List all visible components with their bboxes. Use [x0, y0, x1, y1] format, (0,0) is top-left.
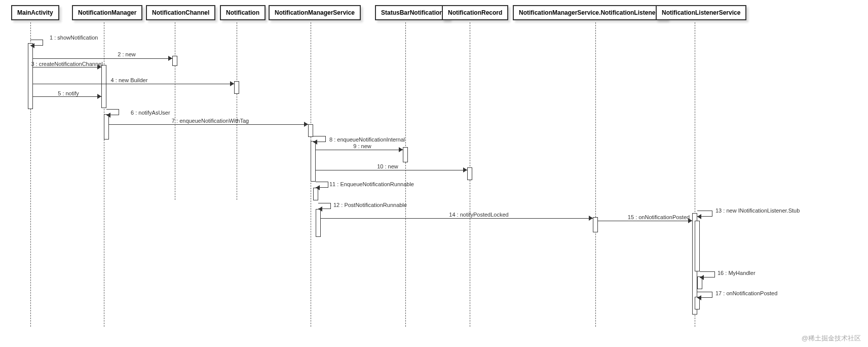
- participant-notification-record: NotificationRecord: [442, 5, 508, 20]
- msg-line: [33, 67, 101, 67]
- watermark: @稀土掘金技术社区: [802, 334, 861, 343]
- participant-nls: NotificationListenerService: [656, 5, 746, 20]
- msg-label: 13 : new INotificationListener.Stub: [715, 207, 800, 214]
- activation: [28, 43, 33, 109]
- participant-sbn: StatusBarNotification: [375, 5, 449, 20]
- participant-nms: NotificationManagerService: [269, 5, 361, 20]
- msg-line: [109, 124, 308, 125]
- msg-label: 10 : new: [377, 163, 398, 169]
- msg-label: 11 : EnqueueNotificationRunnable: [329, 181, 414, 187]
- msg-label: 3 : createNotificationChannel: [31, 61, 102, 67]
- arrow-icon: [697, 214, 701, 219]
- participant-notification-manager: NotificationManager: [72, 5, 142, 20]
- activation: [467, 167, 472, 180]
- activation: [403, 147, 408, 162]
- participant-nms-listeners: NotificationManagerService.NotificationL…: [513, 5, 667, 20]
- arrow-icon: [168, 56, 172, 61]
- arrow-icon: [589, 216, 593, 221]
- activation: [311, 141, 316, 182]
- arrow-icon: [97, 94, 101, 99]
- msg-label: 5 : notify: [58, 90, 79, 96]
- lifeline: [175, 22, 175, 200]
- arrow-icon: [106, 113, 110, 118]
- arrow-icon: [313, 140, 317, 145]
- lifeline: [405, 22, 406, 327]
- arrow-icon: [304, 122, 308, 127]
- lifeline: [595, 22, 596, 327]
- msg-line: [598, 221, 692, 221]
- msg-line: [33, 58, 172, 59]
- msg-line: [321, 218, 593, 219]
- arrow-icon: [700, 275, 704, 280]
- participant-notification: Notification: [220, 5, 266, 20]
- arrow-icon: [30, 43, 34, 48]
- lifeline: [237, 22, 237, 200]
- arrow-icon: [399, 147, 403, 152]
- arrow-icon: [697, 295, 701, 300]
- msg-label: 17 : onNotificationPosted: [715, 290, 777, 296]
- participant-main-activity: MainActivity: [11, 5, 59, 20]
- activation: [101, 65, 106, 108]
- activation: [104, 114, 109, 140]
- arrow-icon: [230, 81, 234, 86]
- msg-label: 12 : PostNotificationRunnable: [333, 202, 407, 208]
- msg-label: 2 : new: [118, 51, 135, 57]
- msg-label: 1 : showNotification: [50, 34, 98, 41]
- activation: [308, 124, 313, 137]
- msg-label: 6 : notifyAsUser: [131, 110, 170, 116]
- activation: [695, 221, 700, 271]
- participant-notification-channel: NotificationChannel: [146, 5, 215, 20]
- msg-line: [33, 96, 101, 97]
- arrow-icon: [463, 167, 467, 172]
- arrow-icon: [318, 206, 322, 212]
- arrow-icon: [316, 185, 320, 190]
- msg-label: 7 : enqueueNotificationWithTag: [172, 118, 249, 124]
- msg-label: 14 : notifyPostedLocked: [449, 212, 508, 218]
- msg-label: 4 : new Builder: [111, 77, 148, 83]
- msg-label: 15 : onNotificationPosted: [628, 214, 690, 220]
- msg-line: [316, 170, 467, 170]
- msg-label: 9 : new: [353, 143, 371, 149]
- activation: [593, 217, 598, 232]
- msg-line: [316, 150, 403, 150]
- activation: [316, 209, 321, 237]
- msg-line: [33, 84, 234, 84]
- activation: [172, 56, 177, 66]
- activation: [234, 81, 239, 94]
- msg-label: 16 : MyHandler: [718, 270, 756, 276]
- msg-label: 8 : enqueueNotificationInternal: [329, 136, 405, 143]
